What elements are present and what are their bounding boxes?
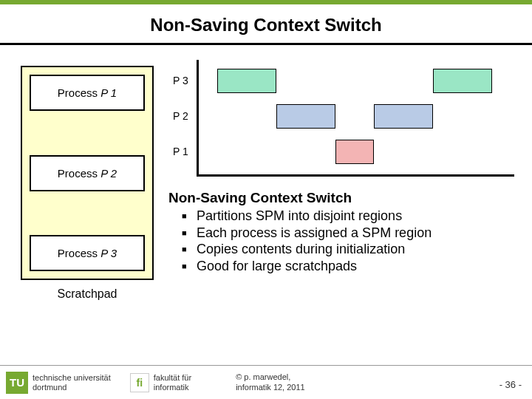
uni-line1: technische universität (33, 373, 111, 382)
gantt-row-label-p3: P 3 (173, 75, 188, 86)
footer: TU technische universität dortmund fi fa… (0, 365, 532, 399)
process-label: Process (58, 86, 100, 99)
gantt-seg-p2-1 (276, 104, 335, 129)
bullet-list: Partitions SPM into disjoint regions Eac… (168, 208, 510, 274)
gantt-seg-p3-1 (217, 69, 276, 93)
process-box-p3: Process P 3 (30, 235, 145, 271)
right-column: P 3 P 2 P 1 Non-Saving Context Switch Pa… (168, 66, 517, 301)
axis-x (197, 174, 514, 177)
scratchpad-column: Process P 1 Process P 2 Process P 3 Scra… (21, 66, 154, 301)
axis-y (197, 60, 199, 177)
gantt-row-label-p1: P 1 (173, 146, 188, 157)
copy-line2: informatik 12, 2011 (236, 383, 305, 392)
description-block: Non-Saving Context Switch Partitions SPM… (168, 190, 517, 274)
process-label: Process (58, 167, 100, 180)
fak-line2: informatik (154, 383, 191, 392)
gantt-chart: P 3 P 2 P 1 (173, 66, 517, 177)
scratchpad-box: Process P 1 Process P 2 Process P 3 (21, 66, 154, 280)
uni-line2: dortmund (33, 383, 111, 392)
gantt-row-label-p2: P 2 (173, 110, 188, 122)
bullet-item: Partitions SPM into disjoint regions (185, 208, 510, 225)
copy-line1: © p. marwedel, (236, 372, 305, 382)
gantt-seg-p3-2 (433, 69, 492, 93)
bullet-item: Copies contents during initialization (185, 241, 510, 258)
process-box-p2: Process P 2 (30, 155, 145, 191)
page-number: - 36 - (499, 379, 522, 390)
gantt-seg-p1-1 (335, 140, 374, 164)
fi-logo-icon: fi (130, 373, 149, 392)
description-heading: Non-Saving Context Switch (168, 190, 510, 206)
process-num: P 2 (100, 167, 117, 180)
tu-logo-icon: TU (6, 372, 28, 394)
scratchpad-label: Scratchpad (21, 287, 154, 301)
process-num: P 3 (100, 247, 117, 259)
bullet-item: Each process is assigned a SPM region (185, 225, 510, 242)
university-text: technische universität dortmund (33, 373, 111, 391)
bullet-item: Good for large scratchpads (185, 258, 510, 275)
fi-logo-text: fi (137, 377, 143, 389)
fak-line1: fakultät für (154, 373, 191, 382)
page-title: Non-Saving Context Switch (0, 15, 532, 35)
process-box-p1: Process P 1 (30, 75, 145, 111)
main-content: Process P 1 Process P 2 Process P 3 Scra… (0, 45, 532, 301)
gantt-seg-p2-2 (374, 104, 433, 129)
faculty-text: fakultät für informatik (154, 373, 191, 391)
copyright-text: © p. marwedel, informatik 12, 2011 (236, 372, 305, 392)
tu-logo-text: TU (10, 376, 24, 389)
process-label: Process (58, 247, 100, 259)
title-area: Non-Saving Context Switch (0, 4, 532, 43)
process-num: P 1 (100, 86, 117, 99)
